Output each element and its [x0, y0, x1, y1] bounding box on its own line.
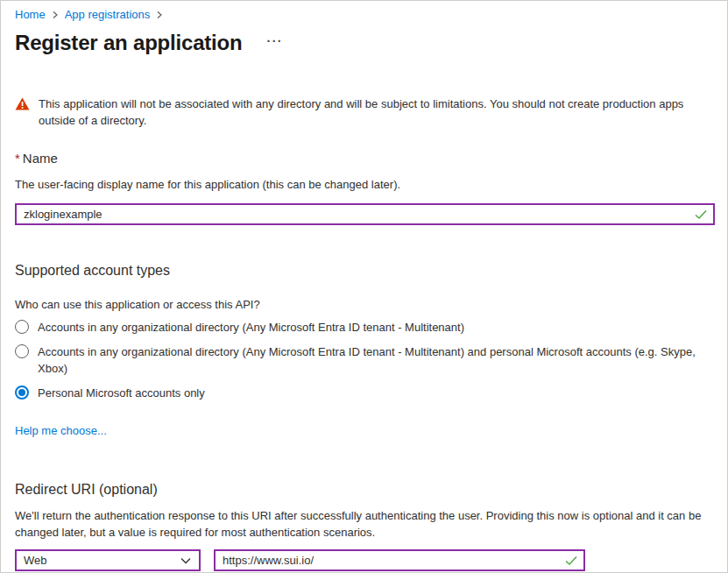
page-header: Register an application ···	[15, 29, 713, 57]
page-title: Register an application	[15, 29, 242, 57]
radio-unselected-icon[interactable]	[15, 344, 29, 358]
redirect-uri-row: Web	[15, 549, 713, 571]
warning-triangle-icon	[15, 97, 30, 114]
name-field-description: The user-facing display name for this ap…	[15, 178, 713, 192]
name-label-text: Name	[23, 151, 58, 166]
account-type-radio-group: Accounts in any organizational directory…	[15, 319, 713, 401]
breadcrumb-app-registrations-link[interactable]: App registrations	[65, 8, 151, 21]
radio-option-label: Accounts in any organizational directory…	[38, 319, 464, 336]
valid-check-icon	[565, 555, 577, 565]
help-me-choose-link[interactable]: Help me choose...	[15, 424, 107, 437]
redirect-uri-description: We'll return the authentication response…	[15, 507, 713, 541]
redirect-uri-heading: Redirect URI (optional)	[15, 480, 713, 499]
more-options-icon[interactable]: ···	[266, 34, 283, 48]
chevron-right-icon	[52, 11, 59, 19]
name-input-container	[15, 203, 715, 225]
platform-select[interactable]: Web	[15, 549, 201, 571]
warning-banner: This application will not be associated …	[15, 96, 713, 129]
redirect-uri-input-container	[214, 549, 585, 571]
account-types-question: Who can use this application or access t…	[15, 298, 713, 311]
chevron-down-icon	[180, 557, 191, 564]
radio-option-multitenant-personal[interactable]: Accounts in any organizational directory…	[15, 343, 713, 377]
radio-option-multitenant[interactable]: Accounts in any organizational directory…	[15, 319, 713, 336]
name-input[interactable]	[15, 203, 715, 225]
radio-option-label: Accounts in any organizational directory…	[38, 343, 703, 377]
platform-select-value: Web	[24, 554, 47, 567]
radio-selected-icon[interactable]	[15, 386, 29, 400]
warning-text: This application will not be associated …	[39, 96, 713, 129]
radio-dot	[18, 389, 25, 396]
radio-unselected-icon[interactable]	[15, 320, 29, 334]
supported-account-types-heading: Supported account types	[15, 261, 713, 279]
breadcrumb: Home App registrations	[15, 8, 713, 21]
breadcrumb-home-link[interactable]: Home	[15, 8, 46, 21]
required-asterisk: *	[15, 151, 20, 166]
valid-check-icon	[695, 209, 707, 219]
radio-option-personal-only[interactable]: Personal Microsoft accounts only	[15, 385, 713, 401]
radio-option-label: Personal Microsoft accounts only	[38, 385, 205, 401]
chevron-right-icon	[156, 11, 163, 19]
register-application-page: Home App registrations Register an appli…	[0, 0, 728, 573]
redirect-uri-input[interactable]	[214, 549, 585, 571]
name-field-label: *Name	[15, 150, 713, 167]
